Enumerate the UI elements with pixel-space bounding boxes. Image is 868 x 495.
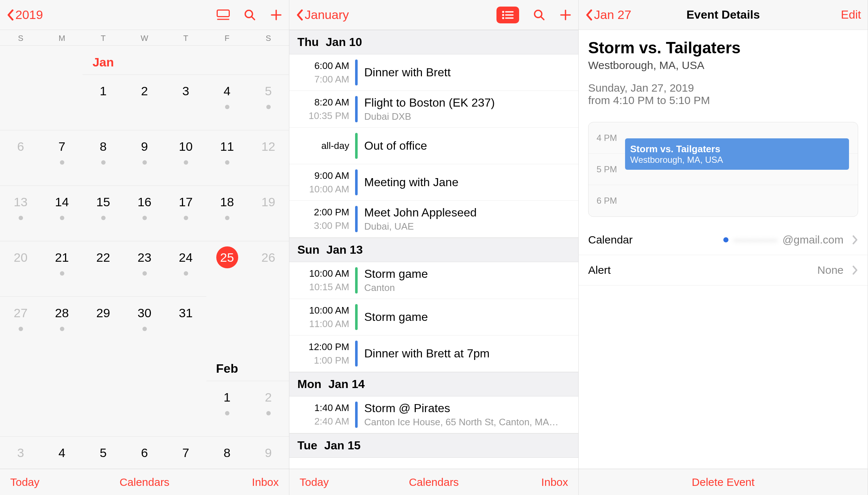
day-cell[interactable]: 12 [248,130,289,185]
day-number: 20 [10,246,32,268]
day-number: 23 [134,246,156,268]
day-cell[interactable]: 3 [165,74,206,130]
agenda-event-row[interactable]: 10:00 AM11:00 AMStorm game [289,299,578,335]
agenda-event-row[interactable]: 8:20 AM10:35 PMFlight to Boston (EK 237)… [289,91,578,128]
day-cell[interactable]: 1 [83,74,124,130]
agenda-event-row[interactable]: 2:00 PM3:00 PMMeet John AppleseedDubai, … [289,201,578,238]
timeline-event-block[interactable]: Storm vs. Tailgaters Westborough, MA, US… [625,138,849,170]
delete-event-button[interactable]: Delete Event [692,476,755,488]
today-button[interactable]: Today [10,476,39,488]
day-cell[interactable]: 8 [83,130,124,185]
day-cell[interactable]: 3 [0,436,41,469]
day-cell[interactable]: 10 [165,130,206,185]
day-cell[interactable]: 4 [206,74,248,130]
back-to-year-button[interactable]: 2019 [7,8,43,22]
day-cell[interactable]: 27 [0,296,41,352]
agenda-event-row[interactable]: all-dayOut of office [289,128,578,164]
day-cell[interactable]: 7 [41,130,83,185]
day-cell[interactable]: 24 [165,241,206,296]
day-cell[interactable]: 18 [206,185,248,241]
day-number: 3 [10,442,32,464]
agenda-time: 12:00 PM1:00 PM [289,335,355,372]
agenda-day-header: Tue Jan 15 [289,433,578,458]
list-view-active-icon[interactable] [496,7,519,23]
event-time: from 4:10 PM to 5:10 PM [588,94,858,107]
day-cell[interactable]: 4 [41,436,83,469]
day-cell[interactable]: 6 [124,436,165,469]
timeline-event-loc: Westborough, MA, USA [630,155,844,165]
add-event-icon[interactable] [270,9,282,21]
agenda-color-bar [355,341,358,367]
day-cell[interactable]: 2 [248,381,289,436]
today-button[interactable]: Today [300,476,329,488]
day-cell[interactable]: 6 [0,130,41,185]
inbox-button[interactable]: Inbox [541,476,568,488]
day-cell[interactable]: 14 [41,185,83,241]
day-cell[interactable]: 25 [206,241,248,296]
day-cell[interactable]: 8 [206,436,248,469]
day-cell[interactable]: 28 [41,296,83,352]
day-cell[interactable]: 1 [206,381,248,436]
day-cell[interactable]: 9 [124,130,165,185]
day-cell[interactable]: 13 [0,185,41,241]
agenda-day-header: Sun Jan 13 [289,238,578,262]
day-cell[interactable]: 29 [83,296,124,352]
month-scroll[interactable]: Jan1234567891011121314151617181920212223… [0,46,289,469]
day-cell[interactable]: 15 [83,185,124,241]
list-toggle-icon[interactable] [217,9,230,20]
day-cell[interactable]: 7 [165,436,206,469]
agenda-list[interactable]: Thu Jan 106:00 AM7:00 AMDinner with Bret… [289,30,578,469]
svg-point-8 [502,14,504,16]
event-dot [142,271,147,276]
agenda-event-row[interactable]: 12:00 PM1:00 PMDinner with Brett at 7pm [289,335,578,372]
day-cell[interactable]: 31 [165,296,206,352]
agenda-event-location: Dubai DXB [364,111,572,122]
agenda-event-row[interactable]: 6:00 AM7:00 AMDinner with Brett [289,54,578,91]
day-cell[interactable]: 30 [124,296,165,352]
agenda-event-row[interactable]: 1:40 AM2:40 AMStorm @ PiratesCanton Ice … [289,396,578,433]
day-number: 4 [216,80,238,102]
agenda-event-title: Storm @ Pirates [364,402,572,415]
alert-row[interactable]: Alert None [579,255,868,285]
day-cell[interactable]: 5 [83,436,124,469]
edit-button[interactable]: Edit [841,8,861,22]
agenda-toolbar: Today Calendars Inbox [289,469,578,495]
day-cell[interactable]: 5 [248,74,289,130]
day-number: 5 [258,80,279,102]
search-icon[interactable] [244,9,256,21]
agenda-color-bar [355,206,358,232]
agenda-event-title: Dinner with Brett [364,66,572,79]
day-number: 28 [51,302,73,324]
agenda-event-row[interactable]: 10:00 AM10:15 AMStorm gameCanton [289,262,578,299]
day-number: 13 [10,191,32,213]
search-icon[interactable] [533,9,545,21]
day-cell [0,381,41,436]
agenda-event-row[interactable]: 9:00 AM10:00 AMMeeting with Jane [289,164,578,201]
day-cell[interactable]: 22 [83,241,124,296]
back-to-day-button[interactable]: Jan 27 [585,8,631,22]
event-dot [184,216,188,220]
calendars-button[interactable]: Calendars [119,476,170,488]
back-to-month-button[interactable]: January [296,8,349,22]
day-cell[interactable]: 16 [124,185,165,241]
event-dot [142,160,147,165]
day-cell[interactable]: 23 [124,241,165,296]
inbox-button[interactable]: Inbox [252,476,279,488]
event-date: Sunday, Jan 27, 2019 [588,82,858,94]
day-cell[interactable]: 21 [41,241,83,296]
day-cell[interactable]: 9 [248,436,289,469]
day-cell[interactable]: 20 [0,241,41,296]
agenda-time: 2:00 PM3:00 PM [289,201,355,237]
add-event-icon[interactable] [559,9,572,21]
day-cell[interactable]: 19 [248,185,289,241]
calendars-button[interactable]: Calendars [409,476,459,488]
day-cell[interactable]: 17 [165,185,206,241]
event-dot [266,411,271,415]
day-cell[interactable]: 11 [206,130,248,185]
calendar-row[interactable]: Calendar ————@gmail.com [579,225,868,255]
agenda-event-title: Out of office [364,139,572,153]
day-number: 3 [175,80,197,102]
day-cell[interactable]: 2 [124,74,165,130]
timeline-preview[interactable]: 4 PM 5 PM Storm vs. Tailgaters Westborou… [588,122,858,217]
day-cell[interactable]: 26 [248,241,289,296]
